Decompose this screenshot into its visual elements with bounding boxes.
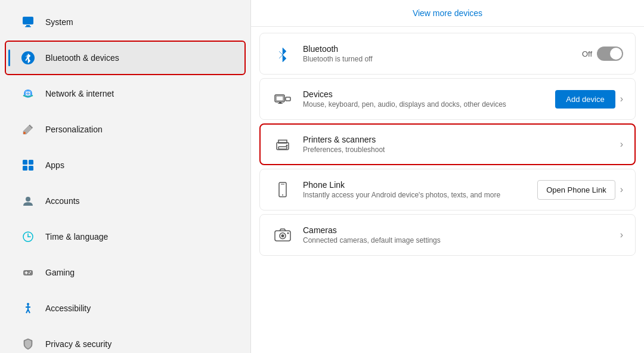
printers-chevron-icon: › (620, 139, 623, 150)
phonelink-card-action: Open Phone Link › (537, 180, 623, 200)
printers-card-action: › (620, 139, 623, 150)
printers-card-subtitle: Preferences, troubleshoot (303, 145, 611, 154)
svg-point-13 (26, 197, 30, 202)
cameras-card-action: › (620, 230, 623, 240)
privacy-icon (19, 335, 37, 353)
sidebar-item-apps-label: Apps (45, 160, 64, 170)
sidebar-item-system[interactable]: System (5, 5, 246, 39)
printers-card-title: Printers & scanners (303, 135, 611, 144)
cameras-card-title: Cameras (303, 225, 611, 235)
devices-card-icon (272, 88, 293, 110)
phonelink-card-title: Phone Link (303, 180, 528, 190)
svg-line-26 (28, 309, 30, 313)
svg-point-40 (282, 194, 283, 196)
svg-rect-11 (23, 166, 27, 171)
svg-point-38 (286, 145, 288, 147)
svg-rect-33 (279, 102, 281, 103)
bluetooth-toggle-switch[interactable] (597, 47, 623, 61)
bluetooth-card-icon (272, 43, 293, 64)
svg-point-21 (29, 273, 30, 274)
sidebar-item-gaming[interactable]: Gaming (5, 255, 246, 290)
svg-point-45 (287, 233, 289, 234)
sidebar-item-apps[interactable]: Apps (5, 148, 246, 182)
cameras-card[interactable]: Cameras Connected cameras, default image… (259, 214, 636, 256)
sidebar-item-accessibility[interactable]: Accessibility (5, 291, 246, 326)
sidebar-item-accounts[interactable]: Accounts (5, 184, 246, 218)
devices-card-content: Devices Mouse, keyboard, pen, audio, dis… (303, 89, 546, 109)
phonelink-card-content: Phone Link Instantly access your Android… (303, 180, 528, 199)
phonelink-card-subtitle: Instantly access your Android device's p… (303, 191, 528, 199)
accounts-icon (19, 192, 37, 210)
devices-card-subtitle: Mouse, keyboard, pen, audio, displays an… (303, 100, 546, 109)
svg-rect-12 (29, 166, 33, 171)
printers-card-content: Printers & scanners Preferences, trouble… (303, 135, 611, 154)
brush-icon (19, 120, 37, 138)
sidebar-item-privacy-label: Privacy & security (45, 339, 112, 349)
sidebar-item-bluetooth[interactable]: ✗ Bluetooth & devices (5, 41, 246, 75)
sidebar-item-time[interactable]: Time & language (5, 219, 246, 254)
svg-rect-17 (23, 270, 33, 275)
phone-card-icon (272, 179, 293, 200)
svg-rect-9 (23, 160, 27, 165)
sidebar-item-accessibility-label: Accessibility (45, 304, 91, 313)
phonelink-card[interactable]: Phone Link Instantly access your Android… (259, 169, 636, 210)
cameras-chevron-icon: › (620, 230, 623, 240)
svg-point-44 (281, 234, 284, 237)
svg-rect-1 (26, 25, 30, 26)
gaming-icon (19, 264, 37, 281)
svg-rect-36 (278, 140, 287, 143)
bluetooth-toggle-label: Off (582, 49, 592, 58)
svg-point-22 (27, 303, 29, 305)
bluetooth-toggle[interactable]: Off (582, 47, 623, 61)
sidebar-item-bluetooth-label: Bluetooth & devices (45, 53, 119, 63)
devices-chevron-icon: › (620, 94, 623, 104)
view-more-button[interactable]: View more devices (251, 0, 644, 27)
sidebar-item-accounts-label: Accounts (45, 196, 80, 206)
cameras-card-subtitle: Connected cameras, default image setting… (303, 236, 611, 244)
sidebar: System ✗ Bluetooth & devices Networ (0, 0, 250, 353)
printers-card[interactable]: Printers & scanners Preferences, trouble… (259, 123, 636, 165)
open-phone-link-button[interactable]: Open Phone Link (537, 180, 615, 200)
svg-rect-34 (278, 103, 283, 104)
sidebar-item-time-label: Time & language (45, 232, 108, 241)
cameras-card-content: Cameras Connected cameras, default image… (303, 225, 611, 244)
svg-rect-37 (278, 147, 287, 149)
add-device-button[interactable]: Add device (555, 90, 615, 109)
devices-card-title: Devices (303, 89, 546, 99)
sidebar-item-network-label: Network & internet (45, 89, 114, 98)
svg-rect-0 (23, 17, 33, 24)
devices-card[interactable]: Devices Mouse, keyboard, pen, audio, dis… (259, 78, 636, 120)
monitor-icon (19, 13, 37, 31)
apps-icon (19, 156, 37, 174)
svg-rect-10 (29, 160, 33, 165)
accessibility-icon (19, 299, 37, 317)
printer-card-icon (272, 134, 293, 155)
sidebar-item-gaming-label: Gaming (45, 268, 75, 277)
svg-rect-2 (25, 26, 31, 27)
network-icon (19, 85, 37, 103)
svg-rect-32 (286, 97, 290, 101)
phonelink-chevron-icon: › (620, 184, 623, 195)
sidebar-item-system-label: System (45, 17, 73, 27)
bluetooth-card-content: Bluetooth Bluetooth is turned off (303, 44, 572, 63)
sidebar-item-network[interactable]: Network & internet (5, 76, 246, 111)
svg-point-20 (30, 271, 31, 273)
bluetooth-sidebar-icon: ✗ (19, 49, 37, 67)
bluetooth-card[interactable]: Bluetooth Bluetooth is turned off Off (259, 33, 636, 75)
sidebar-item-personalization-label: Personalization (45, 125, 103, 134)
devices-card-action: Add device › (555, 90, 623, 109)
svg-rect-31 (276, 96, 283, 101)
sidebar-item-privacy[interactable]: Privacy & security (5, 327, 246, 353)
main-content: View more devices Bluetooth Bluetooth is… (250, 0, 644, 353)
camera-card-icon (272, 224, 293, 246)
svg-point-8 (23, 132, 26, 134)
bluetooth-toggle-action: Off (582, 47, 623, 61)
sidebar-item-personalization[interactable]: Personalization (5, 112, 246, 147)
bluetooth-card-title: Bluetooth (303, 44, 572, 54)
time-icon (19, 228, 37, 246)
bluetooth-card-subtitle: Bluetooth is turned off (303, 55, 572, 63)
